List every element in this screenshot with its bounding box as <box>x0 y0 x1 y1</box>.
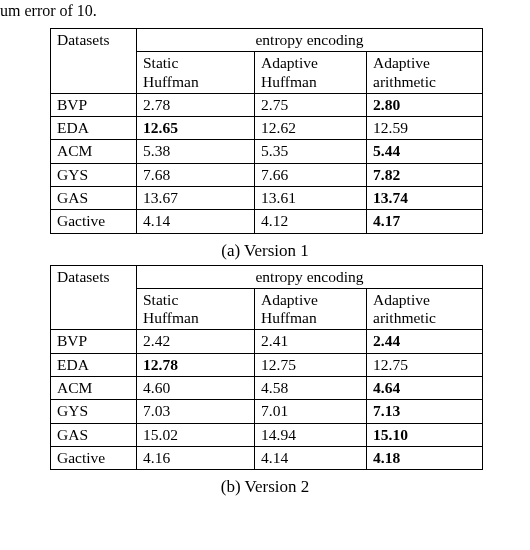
table-header-row-1: Datasets entropy encoding <box>51 29 483 52</box>
data-cell: 12.62 <box>255 117 367 140</box>
data-cell: 2.44 <box>367 330 483 353</box>
data-cell: 2.42 <box>137 330 255 353</box>
col-header-line: Huffman <box>261 73 317 90</box>
data-cell: 7.68 <box>137 163 255 186</box>
data-cell: 12.75 <box>255 353 367 376</box>
row-header-cell: GYS <box>51 163 137 186</box>
table-row: Gactive4.144.124.17 <box>51 210 483 233</box>
data-cell: 5.35 <box>255 140 367 163</box>
data-cell: 5.44 <box>367 140 483 163</box>
table-version-1: Datasets entropy encoding Static Huffman… <box>50 28 483 234</box>
data-cell: 7.82 <box>367 163 483 186</box>
table-row: GAS13.6713.6113.74 <box>51 186 483 209</box>
data-cell: 4.60 <box>137 376 255 399</box>
col-header-datasets: Datasets <box>51 29 137 94</box>
data-cell: 2.78 <box>137 93 255 116</box>
table-row: BVP2.422.412.44 <box>51 330 483 353</box>
row-header-cell: EDA <box>51 353 137 376</box>
col-header-line: Huffman <box>261 309 317 326</box>
table-row: ACM5.385.355.44 <box>51 140 483 163</box>
table-row: Gactive4.164.144.18 <box>51 446 483 469</box>
row-header-cell: ACM <box>51 140 137 163</box>
col-header-line: Huffman <box>143 309 199 326</box>
col-header-group: entropy encoding <box>137 29 483 52</box>
table-row: GAS15.0214.9415.10 <box>51 423 483 446</box>
data-cell: 4.64 <box>367 376 483 399</box>
col-header-line: Huffman <box>143 73 199 90</box>
data-cell: 7.13 <box>367 400 483 423</box>
text-fragment-dot: . <box>93 2 97 19</box>
caption-a: (a) Version 1 <box>50 241 480 261</box>
col-header-static-huffman: Static Huffman <box>137 288 255 330</box>
col-header-line: Static <box>143 54 178 71</box>
data-cell: 7.03 <box>137 400 255 423</box>
data-cell: 15.10 <box>367 423 483 446</box>
data-cell: 12.75 <box>367 353 483 376</box>
data-cell: 4.12 <box>255 210 367 233</box>
caption-b: (b) Version 2 <box>50 477 480 497</box>
tables-container: Datasets entropy encoding Static Huffman… <box>0 0 480 497</box>
col-header-line: arithmetic <box>373 309 436 326</box>
data-cell: 12.59 <box>367 117 483 140</box>
col-header-adaptive-arithmetic: Adaptive arithmetic <box>367 52 483 94</box>
text-fragment: um error of 10 <box>0 2 93 19</box>
data-cell: 2.75 <box>255 93 367 116</box>
table-header-row-1: Datasets entropy encoding <box>51 265 483 288</box>
data-cell: 2.41 <box>255 330 367 353</box>
data-cell: 14.94 <box>255 423 367 446</box>
data-cell: 4.14 <box>255 446 367 469</box>
row-header-cell: Gactive <box>51 446 137 469</box>
data-cell: 7.01 <box>255 400 367 423</box>
page: um error of 10. Datasets entropy encodin… <box>0 0 530 497</box>
text-fragment-top: um error of 10. <box>0 2 97 20</box>
data-cell: 15.02 <box>137 423 255 446</box>
col-header-adaptive-arithmetic: Adaptive arithmetic <box>367 288 483 330</box>
row-header-cell: EDA <box>51 117 137 140</box>
col-header-adaptive-huffman: Adaptive Huffman <box>255 288 367 330</box>
data-cell: 12.65 <box>137 117 255 140</box>
col-header-line: Adaptive <box>373 291 430 308</box>
col-header-line: Adaptive <box>261 291 318 308</box>
data-cell: 4.58 <box>255 376 367 399</box>
col-header-adaptive-huffman: Adaptive Huffman <box>255 52 367 94</box>
row-header-cell: BVP <box>51 93 137 116</box>
col-header-group: entropy encoding <box>137 265 483 288</box>
col-header-line: Adaptive <box>373 54 430 71</box>
table-row: BVP2.782.752.80 <box>51 93 483 116</box>
row-header-cell: GYS <box>51 400 137 423</box>
table-version-2: Datasets entropy encoding Static Huffman… <box>50 265 483 471</box>
data-cell: 12.78 <box>137 353 255 376</box>
data-cell: 5.38 <box>137 140 255 163</box>
data-cell: 13.67 <box>137 186 255 209</box>
data-cell: 13.74 <box>367 186 483 209</box>
table-row: GYS7.687.667.82 <box>51 163 483 186</box>
data-cell: 4.18 <box>367 446 483 469</box>
row-header-cell: BVP <box>51 330 137 353</box>
data-cell: 13.61 <box>255 186 367 209</box>
data-cell: 4.17 <box>367 210 483 233</box>
data-cell: 4.14 <box>137 210 255 233</box>
col-header-datasets: Datasets <box>51 265 137 330</box>
row-header-cell: GAS <box>51 423 137 446</box>
data-cell: 2.80 <box>367 93 483 116</box>
col-header-line: Adaptive <box>261 54 318 71</box>
table-row: EDA12.7812.7512.75 <box>51 353 483 376</box>
row-header-cell: GAS <box>51 186 137 209</box>
row-header-cell: Gactive <box>51 210 137 233</box>
col-header-line: Static <box>143 291 178 308</box>
data-cell: 4.16 <box>137 446 255 469</box>
table-row: GYS7.037.017.13 <box>51 400 483 423</box>
col-header-static-huffman: Static Huffman <box>137 52 255 94</box>
row-header-cell: ACM <box>51 376 137 399</box>
col-header-line: arithmetic <box>373 73 436 90</box>
table-row: EDA12.6512.6212.59 <box>51 117 483 140</box>
table-row: ACM4.604.584.64 <box>51 376 483 399</box>
data-cell: 7.66 <box>255 163 367 186</box>
